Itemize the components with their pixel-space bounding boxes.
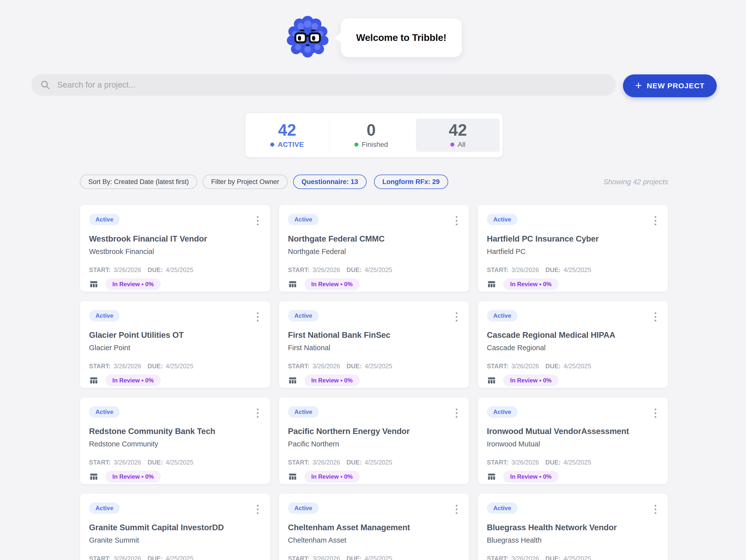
- stat-finished[interactable]: 0 Finished: [329, 118, 413, 152]
- tribble-mascot-icon: [285, 15, 331, 59]
- kebab-menu-icon[interactable]: [252, 407, 263, 420]
- due-date: 4/25/2025: [564, 459, 591, 466]
- active-dot-icon: [270, 143, 274, 146]
- progress-pill: In Review • 0%: [106, 471, 161, 483]
- kebab-menu-icon[interactable]: [252, 503, 263, 516]
- project-dates: START: 3/26/2026 DUE: 4/25/2025: [288, 363, 392, 370]
- due-date: 4/25/2025: [564, 267, 591, 274]
- search-bar[interactable]: [31, 74, 616, 96]
- start-label: START:: [487, 363, 509, 370]
- start-label: START:: [288, 267, 310, 274]
- project-card[interactable]: Active Glacier Point Utilities OT Glacie…: [80, 301, 270, 388]
- sort-by-chip[interactable]: Sort By: Created Date (latest first): [80, 175, 197, 189]
- project-dates: START: 3/26/2026 DUE: 4/25/2025: [89, 555, 194, 560]
- longform-rfx-chip[interactable]: Longform RFx: 29: [374, 175, 448, 189]
- project-dates: START: 3/26/2026 DUE: 4/25/2025: [288, 555, 392, 560]
- project-card[interactable]: Active Ironwood Mutual VendorAssessment …: [478, 397, 668, 484]
- due-date: 4/25/2025: [564, 363, 591, 370]
- project-progress-row: In Review • 0%: [89, 374, 161, 386]
- status-badge: Active: [288, 310, 319, 321]
- project-card[interactable]: Active Redstone Community Bank Tech Reds…: [80, 397, 270, 484]
- progress-pill: In Review • 0%: [304, 278, 360, 290]
- project-card[interactable]: Active Granite Summit Capital InvestorDD…: [80, 493, 270, 560]
- kebab-menu-icon[interactable]: [252, 214, 263, 227]
- project-dates: START: 3/26/2026 DUE: 4/25/2025: [487, 555, 591, 560]
- project-card[interactable]: Active Cascade Regional Medical HIPAA Ca…: [478, 301, 668, 388]
- project-title: First National Bank FinSec: [288, 330, 460, 340]
- project-subtitle: Glacier Point: [89, 344, 261, 352]
- project-progress-row: In Review • 0%: [487, 374, 558, 386]
- kebab-menu-icon[interactable]: [451, 310, 462, 324]
- project-subtitle: Westbrook Financial: [89, 248, 261, 256]
- kebab-menu-icon[interactable]: [650, 407, 661, 420]
- project-dates: START: 3/26/2026 DUE: 4/25/2025: [288, 267, 392, 274]
- due-date: 4/25/2025: [166, 555, 193, 560]
- project-card[interactable]: Active Hartfield PC Insurance Cyber Hart…: [478, 205, 668, 292]
- all-label: All: [458, 141, 465, 148]
- new-project-label: NEW PROJECT: [647, 82, 705, 90]
- start-label: START:: [89, 459, 111, 466]
- start-date: 3/26/2026: [313, 459, 340, 466]
- project-card[interactable]: Active Bluegrass Health Network Vendor B…: [478, 493, 668, 560]
- status-badge: Active: [288, 502, 319, 514]
- due-date: 4/25/2025: [564, 555, 591, 560]
- project-progress-row: In Review • 0%: [487, 471, 558, 483]
- project-progress-row: In Review • 0%: [89, 278, 161, 290]
- status-badge: Active: [89, 406, 120, 418]
- finished-label: Finished: [362, 141, 388, 148]
- showing-projects-text: Showing 42 projects: [603, 178, 668, 186]
- start-date: 3/26/2026: [114, 267, 141, 274]
- questionnaire-chip[interactable]: Questionnaire: 13: [293, 175, 367, 189]
- project-progress-row: In Review • 0%: [487, 278, 558, 290]
- kebab-menu-icon[interactable]: [650, 214, 661, 227]
- filter-owner-chip[interactable]: Filter by Project Owner: [203, 175, 288, 189]
- start-label: START:: [487, 267, 509, 274]
- start-label: START:: [487, 555, 509, 560]
- due-label: DUE:: [346, 363, 362, 370]
- search-icon: [40, 80, 50, 90]
- project-card[interactable]: Active Pacific Northern Energy Vendor Pa…: [279, 397, 469, 484]
- start-label: START:: [89, 267, 111, 274]
- board-columns-icon: [487, 472, 496, 481]
- due-label: DUE:: [346, 555, 362, 560]
- project-dates: START: 3/26/2026 DUE: 4/25/2025: [89, 267, 194, 274]
- project-card[interactable]: Active Westbrook Financial IT Vendor Wes…: [80, 205, 270, 292]
- project-grid: Active Westbrook Financial IT Vendor Wes…: [80, 205, 668, 560]
- project-stats-card: 42 ACTIVE 0 Finished 42 All: [245, 113, 503, 158]
- all-count: 42: [449, 122, 467, 138]
- project-card[interactable]: Active First National Bank FinSec First …: [279, 301, 469, 388]
- kebab-menu-icon[interactable]: [650, 310, 661, 324]
- kebab-menu-icon[interactable]: [451, 407, 462, 420]
- project-card[interactable]: Active Cheltenham Asset Management Chelt…: [279, 493, 469, 560]
- search-input[interactable]: [57, 80, 607, 89]
- start-date: 3/26/2026: [511, 363, 539, 370]
- stat-active[interactable]: 42 ACTIVE: [245, 118, 329, 152]
- kebab-menu-icon[interactable]: [650, 503, 661, 516]
- due-date: 4/25/2025: [166, 459, 193, 466]
- finished-count: 0: [367, 122, 376, 138]
- project-subtitle: Bluegrass Health: [487, 536, 659, 544]
- kebab-menu-icon[interactable]: [451, 503, 462, 516]
- project-title: Northgate Federal CMMC: [288, 234, 460, 244]
- start-date: 3/26/2026: [313, 363, 340, 370]
- status-badge: Active: [89, 502, 120, 514]
- project-title: Ironwood Mutual VendorAssessment: [487, 426, 659, 436]
- new-project-button[interactable]: + NEW PROJECT: [623, 75, 717, 97]
- project-dates: START: 3/26/2026 DUE: 4/25/2025: [288, 459, 392, 466]
- project-progress-row: In Review • 0%: [288, 278, 360, 290]
- due-date: 4/25/2025: [365, 267, 392, 274]
- project-title: Cheltenham Asset Management: [288, 523, 460, 532]
- board-columns-icon: [288, 472, 297, 481]
- start-date: 3/26/2026: [114, 459, 141, 466]
- due-label: DUE:: [148, 459, 163, 466]
- kebab-menu-icon[interactable]: [252, 310, 263, 324]
- start-label: START:: [89, 555, 111, 560]
- board-columns-icon: [288, 280, 297, 289]
- due-date: 4/25/2025: [365, 459, 392, 466]
- due-label: DUE:: [545, 555, 561, 560]
- status-badge: Active: [487, 310, 518, 321]
- project-card[interactable]: Active Northgate Federal CMMC Northgate …: [279, 205, 469, 292]
- stat-all[interactable]: 42 All: [416, 118, 500, 152]
- kebab-menu-icon[interactable]: [451, 214, 462, 227]
- status-badge: Active: [288, 406, 319, 418]
